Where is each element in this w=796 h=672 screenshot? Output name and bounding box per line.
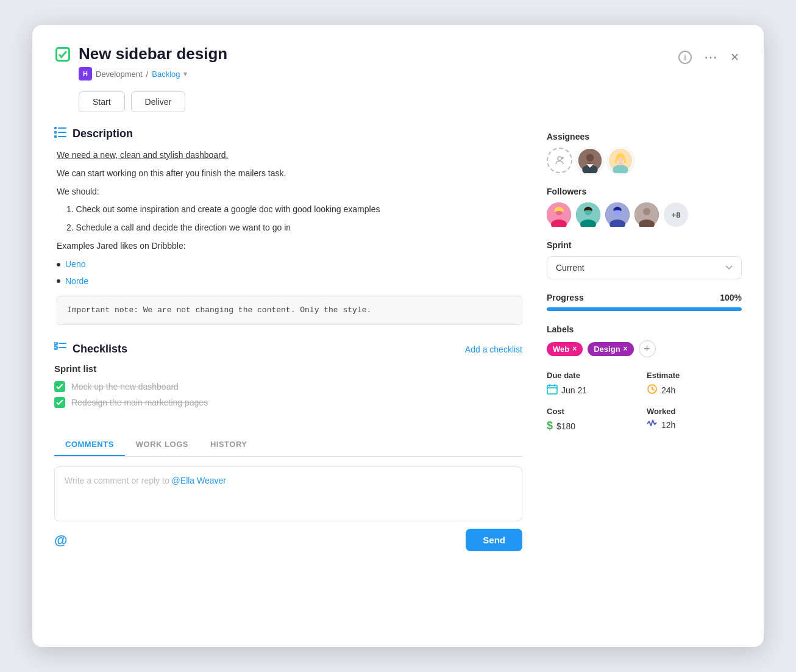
code-block: Important note: We are not changing the …: [57, 296, 522, 325]
sprint-section: Sprint Current: [547, 240, 742, 279]
description-link-1: Ueno: [57, 257, 522, 272]
svg-rect-4: [58, 132, 66, 133]
svg-rect-21: [618, 162, 622, 165]
comment-placeholder-prefix: Write a comment or reply to: [65, 476, 169, 485]
action-buttons: Start Deliver: [79, 91, 227, 112]
label-design-remove[interactable]: ×: [624, 345, 628, 353]
cost-section: Cost $ $180: [547, 407, 642, 432]
info-button[interactable]: i: [676, 48, 694, 66]
cost-value: $180: [556, 421, 575, 431]
svg-rect-5: [54, 135, 57, 138]
add-label-button[interactable]: +: [639, 340, 656, 357]
followers-section: Followers: [547, 187, 742, 227]
estimate-section: Estimate 24h: [647, 371, 742, 397]
checklist-item-2: Redesign the main marketing pages: [54, 395, 522, 410]
description-link-2: Norde: [57, 274, 522, 289]
tabs: COMMENTS WORK LOGS HISTORY: [54, 434, 522, 457]
label-web-text: Web: [553, 345, 569, 354]
worked-value-row: 12h: [647, 420, 742, 431]
label-web-remove[interactable]: ×: [572, 345, 577, 353]
description-list: 1. Check out some inspiration and create…: [66, 202, 522, 235]
svg-rect-8: [59, 343, 66, 344]
label-design-text: Design: [594, 345, 620, 354]
dollar-icon: $: [547, 420, 553, 432]
svg-rect-10: [59, 347, 66, 348]
estimate-label: Estimate: [647, 371, 742, 380]
send-button[interactable]: Send: [466, 529, 522, 551]
due-date-label: Due date: [547, 371, 642, 380]
sprint-label: Sprint: [547, 240, 742, 250]
clock-icon: [647, 384, 658, 397]
breadcrumb-avatar: H: [79, 67, 92, 80]
assignees-row: [547, 148, 742, 173]
due-date-value-row: Jun 21: [547, 384, 642, 397]
checklists-section: Checklists Add a checklist Sprint list M…: [54, 342, 522, 410]
assignee-1: [577, 148, 603, 173]
activity-icon: [647, 420, 658, 431]
meta-grid: Due date Jun 21: [547, 371, 742, 432]
start-button[interactable]: Start: [79, 91, 125, 112]
breadcrumb-chevron-icon: ▾: [183, 70, 187, 78]
label-web: Web ×: [547, 342, 583, 356]
description-underline: We need a new, clean and stylish dashboa…: [57, 150, 228, 160]
breadcrumb: H Development / Backlog ▾: [79, 67, 227, 80]
deliver-button[interactable]: Deliver: [131, 91, 186, 112]
checklist-checkbox-2: [54, 397, 65, 408]
breadcrumb-board[interactable]: Backlog: [152, 70, 180, 79]
due-date-section: Due date Jun 21: [547, 371, 642, 397]
modal: New sidebar design H Development / Backl…: [32, 25, 764, 647]
progress-section: Progress 100%: [547, 293, 742, 311]
tab-worklogs[interactable]: WORK LOGS: [125, 434, 199, 456]
worked-label: Worked: [647, 407, 742, 416]
follower-1: [547, 202, 571, 227]
progress-label: Progress: [547, 293, 584, 302]
svg-line-40: [652, 389, 655, 390]
bullet-dot-2: [57, 279, 60, 283]
svg-rect-34: [547, 385, 557, 394]
checklist-item-1: Mock up the new dashboard: [54, 379, 522, 395]
comment-textarea[interactable]: Write a comment or reply to @Ella Weaver: [54, 466, 522, 521]
svg-point-15: [586, 154, 594, 162]
svg-rect-2: [58, 127, 66, 129]
description-list-item-1: 1. Check out some inspiration and create…: [66, 202, 522, 217]
norde-link[interactable]: Norde: [65, 274, 88, 289]
follower-3: [605, 202, 630, 227]
ueno-link[interactable]: Ueno: [65, 257, 85, 272]
tab-comments[interactable]: COMMENTS: [54, 434, 125, 456]
worked-value: 12h: [661, 420, 675, 430]
worked-section: Worked 12h: [647, 407, 742, 432]
description-icon: [54, 127, 66, 141]
checklist-text-1: Mock up the new dashboard: [71, 382, 179, 391]
checklist-text-2: Redesign the main marketing pages: [71, 398, 208, 407]
tab-history[interactable]: HISTORY: [199, 434, 258, 456]
estimate-value: 24h: [661, 385, 675, 395]
progress-bar-fill: [547, 307, 742, 311]
more-icon: ⋯: [704, 49, 718, 65]
svg-rect-3: [54, 131, 57, 134]
svg-rect-6: [58, 136, 66, 137]
description-content: We need a new, clean and stylish dashboa…: [57, 148, 522, 325]
modal-title: New sidebar design: [79, 45, 227, 63]
at-icon[interactable]: @: [54, 532, 67, 548]
more-button[interactable]: ⋯: [702, 47, 720, 68]
check-icon: [54, 46, 71, 63]
follower-4: [634, 202, 659, 227]
follower-2: [576, 202, 600, 227]
add-checklist-link[interactable]: Add a checklist: [465, 345, 522, 354]
label-design: Design ×: [588, 342, 633, 356]
sprint-list: Sprint list Mock up the new dashboard: [54, 363, 522, 410]
labels-section: Labels Web × Design × +: [547, 324, 742, 357]
description-title-row: Description: [54, 127, 522, 141]
svg-point-11: [558, 157, 561, 160]
add-assignee-button[interactable]: [547, 148, 572, 173]
breadcrumb-org: Development: [96, 70, 143, 79]
checklists-icon: [54, 342, 66, 356]
close-button[interactable]: ✕: [728, 48, 742, 66]
followers-more[interactable]: +8: [664, 202, 688, 227]
checklist-checkbox-1: [54, 381, 65, 392]
progress-row: Progress 100%: [547, 293, 742, 302]
description-section: Description We need a new, clean and sty…: [54, 127, 522, 325]
tabs-section: COMMENTS WORK LOGS HISTORY Write a comme…: [54, 427, 522, 551]
svg-point-32: [643, 208, 650, 215]
sprint-select[interactable]: Current: [547, 256, 742, 279]
